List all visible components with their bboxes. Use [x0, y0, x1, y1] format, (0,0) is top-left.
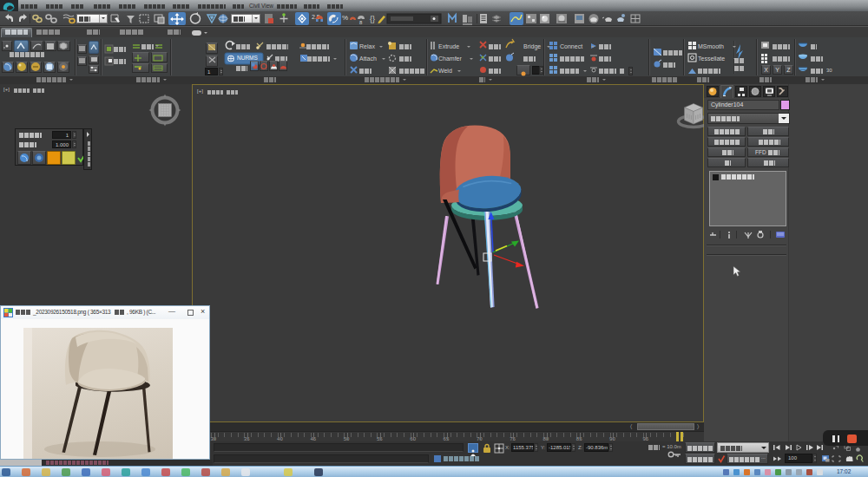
svg-text:{}: {} — [370, 15, 375, 23]
svg-text:8: 8 — [359, 20, 363, 25]
svg-text:%: % — [342, 14, 348, 22]
